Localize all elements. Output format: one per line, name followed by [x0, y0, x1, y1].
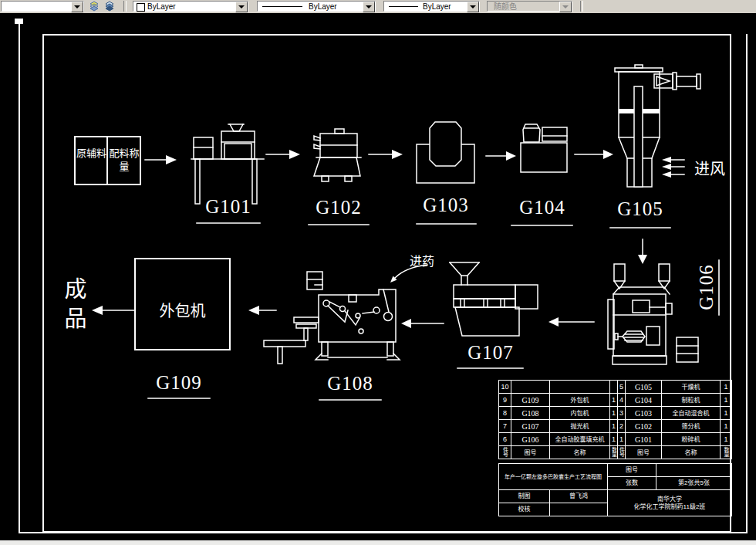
name-cell: 粉碎机 — [662, 433, 721, 446]
drawing-canvas[interactable]: 原辅料 配料称量 G101 G102 G103 G104 G105 G106 G… — [0, 13, 756, 540]
school-cell: 南华大学 化学化工学院制药11级2班 — [608, 490, 732, 516]
g102-label[interactable]: G102 — [309, 198, 369, 218]
machine-g107-polisher[interactable] — [450, 262, 538, 336]
drug-inlet-label[interactable]: 进药 — [408, 251, 436, 269]
machine-g106-capsule-filler[interactable] — [608, 264, 698, 364]
table-row: 9 G109 外包机 1 4 G104 制粒机 1 — [499, 394, 732, 407]
drawing-no-value — [656, 464, 732, 477]
machine-g102-sieve[interactable] — [314, 129, 361, 181]
name-cell: 全自动胶囊填充机 — [550, 433, 610, 446]
school-class: 化学化工学院制药11级2班 — [608, 503, 731, 511]
object-properties-toolbar: ByLayer ByLayer ByLayer 随颜色 — [0, 0, 756, 14]
status-bar-sliver — [0, 540, 756, 545]
machine-g101-crusher[interactable] — [191, 124, 264, 204]
chevron-down-icon[interactable] — [235, 2, 248, 12]
chevron-down-icon[interactable] — [71, 2, 83, 12]
layer-previous-icon[interactable] — [103, 0, 117, 12]
title-block-row: 制图 曾飞鸿 南华大学 化学化工学院制药11级2班 — [499, 490, 732, 503]
lineweight-control-combo[interactable]: ByLayer — [383, 1, 480, 12]
name-cell — [550, 381, 610, 394]
item-cell: 3 — [618, 407, 626, 420]
g101-label[interactable]: G101 — [197, 197, 260, 217]
name-header: 名称 — [550, 446, 610, 459]
arrow-g102-to-g103[interactable] — [369, 150, 403, 159]
g109-label[interactable]: G109 — [148, 373, 210, 393]
drawing-cell: G109 — [511, 394, 550, 407]
chevron-down-icon[interactable] — [467, 2, 479, 12]
item-cell: 5 — [618, 381, 626, 394]
label-underlines — [148, 223, 719, 400]
drawing-header: 图号 — [511, 446, 550, 459]
item-cell: 8 — [499, 407, 511, 420]
machine-g103-mixer[interactable] — [417, 122, 474, 183]
name-header: 名称 — [662, 446, 721, 459]
machine-g105-dryer[interactable] — [615, 65, 700, 187]
drafter-label: 制图 — [499, 490, 550, 503]
qty-cell: 1 — [610, 433, 618, 446]
g105-label[interactable]: G105 — [610, 199, 670, 219]
table-header-row: 件号 图号 名称 数量 件号 图号 名称 数量 — [499, 446, 732, 459]
name-cell: 内包机 — [550, 407, 610, 420]
qty-header: 数量 — [610, 446, 618, 459]
g104-label[interactable]: G104 — [511, 198, 573, 218]
drawing-cell: G102 — [626, 420, 662, 433]
finished-product-label[interactable]: 成品 — [62, 276, 89, 333]
qty-header-text: 数量 — [723, 447, 729, 456]
g106-label[interactable]: G106 — [697, 256, 717, 318]
linetype-sample — [262, 6, 302, 7]
item-cell: 4 — [618, 394, 626, 407]
drawing-cell: G106 — [511, 433, 550, 446]
title-block[interactable]: 年产一亿颗左旋多巴胶囊生产工艺流程图 图号 张数 第2张共5张 制图 曾飞鸿 南… — [498, 463, 732, 516]
name-cell: 筛分机 — [662, 420, 721, 433]
qty-cell: 1 — [721, 407, 732, 420]
sheet-value: 第2张共5张 — [656, 477, 732, 490]
arrow-g109-to-product[interactable] — [92, 306, 135, 315]
qty-cell: 1 — [610, 394, 618, 407]
machine-g104-granulator[interactable] — [521, 124, 567, 172]
name-cell: 外包机 — [550, 394, 610, 407]
arrow-g106-to-g107[interactable] — [548, 317, 594, 327]
name-cell: 制粒机 — [662, 394, 721, 407]
name-cell: 干燥机 — [662, 381, 721, 394]
arrow-g101-to-g102[interactable] — [266, 150, 300, 159]
school-name: 南华大学 — [608, 496, 731, 503]
layer-combo[interactable] — [1, 1, 84, 12]
parts-list-table[interactable]: 10 5 G105 干燥机 1 9 G109 外包机 1 4 G104 制粒机 … — [498, 380, 732, 459]
toolbar-separator — [123, 1, 127, 12]
drawing-cell: G108 — [511, 407, 550, 420]
arrow-g108-to-g109[interactable] — [248, 306, 276, 315]
air-inlet-label[interactable]: 进风 — [690, 157, 729, 179]
drawing-cell: G105 — [626, 381, 662, 394]
g103-label[interactable]: G103 — [415, 195, 477, 215]
table-row: 8 G108 内包机 1 3 G103 全自动混合机 1 — [499, 407, 732, 420]
drawing-header: 图号 — [626, 446, 662, 459]
autocad-window: ByLayer ByLayer ByLayer 随颜色 — [0, 0, 756, 545]
linetype-control-combo[interactable]: ByLayer — [257, 1, 376, 12]
name-cell: 全自动混合机 — [662, 407, 721, 420]
plotstyle-control-combo: 随颜色 — [487, 1, 572, 12]
g108-label[interactable]: G108 — [319, 374, 381, 394]
source-right-label[interactable]: 配料称量 — [108, 147, 140, 173]
qty-cell: 1 — [610, 420, 618, 433]
outer-packer-label[interactable]: 外包机 — [136, 299, 229, 321]
air-inlet-arrows[interactable] — [662, 157, 684, 178]
source-left-label[interactable]: 原辅料 — [76, 147, 107, 160]
arrow-source-to-g101[interactable] — [145, 155, 177, 164]
item-cell: 2 — [618, 420, 626, 433]
arrow-g103-to-g104[interactable] — [486, 151, 516, 161]
chevron-down-icon — [559, 2, 572, 12]
drawing-cell: G101 — [626, 433, 662, 446]
lineweight-value: ByLayer — [423, 2, 451, 11]
chevron-down-icon[interactable] — [363, 2, 375, 12]
qty-cell: 1 — [721, 433, 732, 446]
color-value: ByLayer — [147, 2, 176, 11]
item-header-text: 件号 — [502, 447, 508, 456]
arrow-g105-to-g106[interactable] — [638, 239, 647, 264]
arrow-g104-to-g105[interactable] — [575, 150, 613, 159]
item-header: 件号 — [499, 446, 511, 459]
color-control-combo[interactable]: ByLayer — [133, 1, 248, 12]
make-layer-current-icon[interactable] — [88, 0, 102, 12]
machine-g108-inner-packer[interactable] — [264, 272, 400, 364]
arrow-g107-to-g108[interactable] — [401, 319, 444, 328]
g107-label[interactable]: G107 — [457, 343, 524, 363]
